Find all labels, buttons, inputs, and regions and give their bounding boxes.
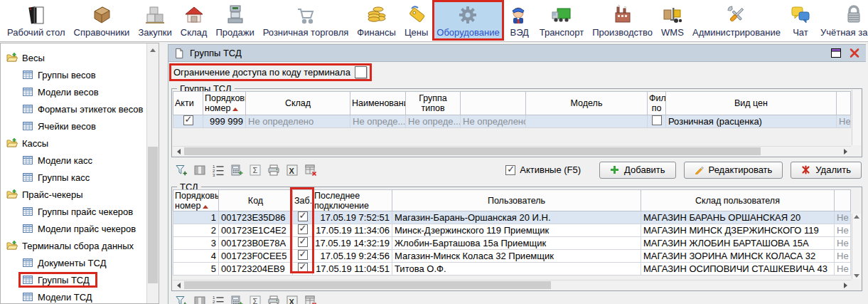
scrollbar-thumb[interactable]	[184, 147, 761, 155]
scroll-left-icon[interactable]	[173, 147, 184, 156]
sidebar-section[interactable]: Прайс-чекеры	[1, 186, 146, 203]
restriction-checkbox[interactable]	[355, 66, 367, 78]
column-header[interactable]: Склад пользователя	[641, 190, 835, 211]
toolbar-item-boxes[interactable]: Закупки	[134, 0, 176, 41]
sidebar-item[interactable]: Модели ТСД	[1, 288, 146, 303]
column-header[interactable]: Наименование	[350, 92, 406, 115]
table-row[interactable]: 4001723F0CEE517.05.19 9:24:56Магазин-Мин…	[173, 250, 851, 263]
numbered-list-icon[interactable]: 123	[212, 164, 225, 177]
table-row[interactable]: 1001723E35D8617.05.19 7:52:51Магазин-Бар…	[173, 211, 851, 224]
sidebar-item[interactable]: Ячейки весов	[1, 117, 146, 135]
toolbar-item-desktop[interactable]: 1Рабочий стол	[3, 0, 70, 41]
excel-icon[interactable]: X	[286, 164, 299, 177]
sidebar-item[interactable]: Группы весов	[1, 66, 146, 83]
numbered-list-icon[interactable]: 123	[212, 295, 225, 304]
column-header[interactable]	[461, 92, 526, 115]
toolbar-item-cart[interactable]: Розничная торговля	[259, 0, 353, 41]
grid-remove-icon[interactable]	[304, 164, 317, 177]
calculator-add-icon[interactable]	[230, 295, 243, 304]
sidebar-item[interactable]: Форматы этикеток весов	[1, 100, 146, 117]
sidebar-scrollbar[interactable]	[146, 43, 159, 303]
toolbar-item-gear[interactable]: Оборудование	[432, 0, 503, 41]
row-checkbox[interactable]	[298, 224, 308, 234]
sigma-icon[interactable]: Σ	[249, 164, 262, 177]
toolbar-item-truck[interactable]: Транспорт	[535, 0, 589, 41]
column-header[interactable]: Акти	[173, 92, 203, 115]
sidebar-item[interactable]: Модели весов	[1, 83, 146, 100]
active-filter-checkbox[interactable]	[505, 165, 515, 175]
toolbar-item-forklift[interactable]: WMS	[657, 0, 688, 41]
column-header[interactable]	[835, 190, 851, 211]
active-filter[interactable]: Активные (F5)	[505, 164, 581, 175]
toolbar-item-book[interactable]: Справочники	[70, 0, 134, 41]
groups-table-vscrollbar[interactable]	[852, 90, 861, 145]
tsd-table-vscrollbar[interactable]	[852, 214, 861, 279]
column-header[interactable]: Порядковый номер	[203, 92, 246, 115]
grid-remove-icon[interactable]	[304, 295, 317, 304]
table-row[interactable]: 999 999Не определеноНе опреде...Не опред…	[173, 115, 851, 128]
columns-icon[interactable]	[193, 295, 206, 304]
scrollbar-thumb[interactable]	[148, 147, 158, 283]
toolbar-item-factory[interactable]: Производство	[588, 0, 657, 41]
column-header[interactable]: Модель	[526, 92, 648, 115]
row-checkbox[interactable]	[298, 237, 308, 247]
row-checkbox[interactable]	[298, 263, 308, 273]
sidebar-item[interactable]: Группы прайс чекеров	[1, 203, 146, 220]
row-checkbox[interactable]	[183, 115, 193, 125]
row-checkbox[interactable]	[298, 211, 308, 221]
toolbar-item-cash-register[interactable]: Продажи	[211, 0, 258, 41]
sidebar-item[interactable]: Модели прайс чекеров	[1, 220, 146, 237]
excel-icon[interactable]: X	[286, 295, 299, 304]
toolbar-item-customs[interactable]: ВЭД	[504, 0, 535, 41]
column-header[interactable]: Склад	[246, 92, 350, 115]
close-icon[interactable]	[849, 48, 860, 58]
delete-button[interactable]: Удалить	[791, 162, 862, 179]
sidebar-item[interactable]: Группы касс	[1, 169, 146, 186]
filter-add-icon[interactable]	[175, 295, 188, 304]
columns-icon[interactable]	[193, 164, 206, 177]
groups-table-hscrollbar[interactable]	[173, 146, 851, 156]
scroll-up-icon[interactable]	[852, 215, 861, 219]
sidebar-section[interactable]: Терминалы сбора данных	[1, 237, 146, 254]
sidebar-section[interactable]: Кассы	[1, 135, 146, 152]
filter-add-icon[interactable]	[175, 164, 188, 177]
row-checkbox[interactable]	[298, 250, 308, 260]
maximize-icon[interactable]	[830, 48, 842, 58]
plus-button[interactable]: Добавить	[599, 162, 675, 179]
sidebar-section[interactable]: Весы	[1, 49, 146, 66]
table-row[interactable]: 5001723204EB917.05.19 11:04:51Титова О.Ф…	[173, 263, 851, 276]
scrollbar-thumb[interactable]	[184, 281, 551, 289]
column-header[interactable]: Код	[219, 190, 293, 211]
scroll-down-icon[interactable]	[852, 274, 861, 278]
scroll-right-icon[interactable]	[840, 147, 851, 156]
calculator-add-icon[interactable]	[230, 164, 243, 177]
column-header[interactable]: Порядковый номер	[173, 190, 219, 211]
printer-icon[interactable]	[267, 164, 280, 177]
table-row[interactable]: 2001723E1C4E217.05.19 11:34:06Минск-Дзер…	[173, 224, 851, 237]
toolbar-item-coins[interactable]: Финансы	[353, 0, 400, 41]
sidebar-item[interactable]: Модели касс	[1, 152, 146, 169]
column-header[interactable]: Группа типов	[406, 92, 461, 115]
toolbar-item-price-tag[interactable]: Цены	[400, 0, 432, 41]
tsd-table-hscrollbar[interactable]	[173, 280, 851, 290]
column-header[interactable]: Пользователь	[392, 190, 641, 211]
column-header[interactable]: Фил по	[648, 92, 666, 115]
sigma-icon[interactable]: Σ	[249, 295, 262, 304]
column-header[interactable]	[837, 92, 851, 115]
row-checkbox[interactable]	[652, 115, 662, 125]
toolbar-item-lock[interactable]: Учётная запись	[816, 0, 868, 41]
pencil-button[interactable]: Редактировать	[684, 162, 783, 179]
sidebar-item[interactable]: Группы ТСД	[1, 271, 146, 288]
column-header[interactable]: Последнее подключение	[313, 190, 392, 211]
toolbar-item-chat[interactable]: Чат	[785, 0, 816, 41]
printer-icon[interactable]	[267, 295, 280, 304]
scroll-right-icon[interactable]	[840, 281, 851, 290]
scroll-left-icon[interactable]	[173, 281, 184, 290]
sidebar-item[interactable]: Документы ТСД	[1, 254, 146, 271]
scroll-up-icon[interactable]	[147, 45, 159, 55]
toolbar-item-warehouse[interactable]: Склад	[176, 0, 212, 41]
table-row[interactable]: 3001723B0E78A17.05.19 14:32:19Жлобин-Бар…	[173, 237, 851, 250]
toolbar-item-tools[interactable]: Администрирование	[688, 0, 785, 41]
column-header[interactable]: Заб.	[293, 190, 313, 211]
column-header[interactable]: Вид цен	[666, 92, 837, 115]
